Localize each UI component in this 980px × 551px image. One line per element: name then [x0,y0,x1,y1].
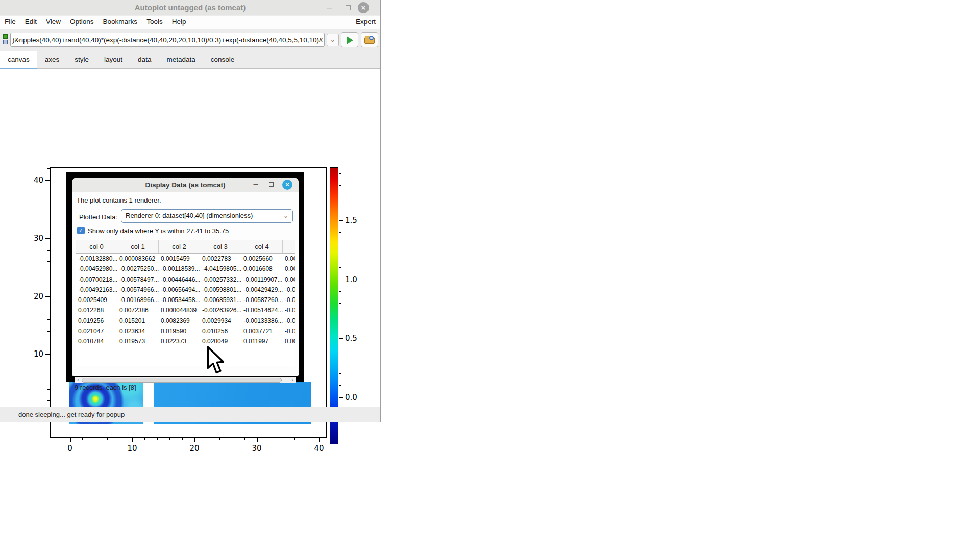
tick [339,303,341,304]
scrollbar-thumb[interactable] [82,378,282,383]
dialog-maximize-button[interactable] [266,180,277,190]
column-header[interactable]: col 1 [117,240,159,253]
tab-data[interactable]: data [130,51,159,68]
column-header[interactable]: col 4 [241,240,283,253]
table-row[interactable]: 0.0122680.00723860.000044839-0.00263926.… [76,305,295,315]
table-cell: 0.0082369 [159,316,200,326]
scroll-left-arrow-icon[interactable]: ‹ [75,377,81,383]
menu-bookmarks[interactable]: Bookmarks [99,16,142,26]
tick [47,389,50,390]
tick [339,327,341,327]
tick [339,362,341,362]
table-cell: -0.00574966... [117,285,159,295]
dialog-minimize-button[interactable]: – [251,180,261,190]
table-cell: 0.0072386 [117,305,159,315]
renderer-count-text: The plot contains 1 renderer. [77,196,161,204]
tick [58,438,58,440]
tab-console[interactable]: console [203,51,242,68]
table-cell: -0.00587260... [241,295,283,305]
table-cell: 0.019573 [117,336,159,346]
tick [45,238,50,239]
menu-file[interactable]: File [0,16,20,26]
table-cell: -0.0 [283,326,295,336]
table-row[interactable]: -0.00132880...0.0000836620.00154590.0022… [76,254,295,264]
table-cell: 0.010256 [200,326,241,336]
table-cell: -0.00263926... [200,305,241,315]
uri-input[interactable] [10,33,325,47]
browse-data-button[interactable] [361,32,378,47]
table-row[interactable]: -0.00452980...-0.00275250...-0.00118539.… [76,264,295,274]
tick [339,385,341,386]
table-row[interactable]: 0.0192560.0152010.00823690.0029934-0.001… [76,316,295,326]
dialog-close-button[interactable]: × [282,180,292,190]
table-cell: 0.0015459 [159,254,200,264]
table-row[interactable]: -0.00700218...-0.00578497...-0.00446446.… [76,274,295,285]
title-bar[interactable]: Autoplot untagged (as tomcat) – × [0,0,380,15]
mouse-cursor [206,346,226,375]
menu-view[interactable]: View [41,16,65,26]
green-square-icon [3,34,8,39]
table-cell: 0.020049 [200,336,241,346]
close-button[interactable]: × [358,2,369,13]
plotted-data-select[interactable]: Renderer 0: dataset[40,40] (dimensionles… [121,209,293,223]
y-tick-label: 30 [26,234,43,243]
table-cell: -0.00700218... [76,274,117,285]
menu-help[interactable]: Help [167,16,191,26]
table-cell: -0.00534458... [159,295,200,305]
dialog-title-bar[interactable]: Display Data (as tomcat) – × [72,178,299,192]
tab-axes[interactable]: axes [37,51,67,68]
table-row[interactable]: -0.00492163...-0.00574966...-0.00656494.… [76,285,295,295]
table-cell: -0.00656494... [159,285,200,295]
tab-layout[interactable]: layout [96,51,130,68]
maximize-button[interactable] [342,2,354,13]
y-tick-label: 20 [26,292,43,301]
tick [47,331,50,332]
tab-canvas[interactable]: canvas [0,51,37,68]
tick [339,397,343,398]
plot-canvas[interactable]: 0102030400102030400.00.51.01.5 Display D… [0,69,380,407]
column-header[interactable]: col 0 [76,240,117,253]
filter-checkbox[interactable]: ✓ [77,227,85,234]
tick [339,256,341,256]
table-cell: 0.011997 [241,336,283,346]
menu-options[interactable]: Options [65,16,99,26]
tick [219,438,220,440]
tick [339,197,341,197]
column-header[interactable] [283,240,295,253]
table-cell: -0.00257332... [200,274,241,285]
dialog-maximize-icon [269,182,274,187]
data-source-status-icon [3,34,9,45]
go-plot-button[interactable] [341,32,358,47]
menu-items: FileEditViewOptionsBookmarksToolsHelp [0,17,190,26]
tick [182,438,183,440]
minimize-button[interactable]: – [324,2,335,13]
table-cell: -0.00429429... [241,285,283,295]
uri-dropdown-button[interactable]: ⌄ [327,34,339,46]
table-row[interactable]: 0.0210470.0236340.0195900.0102560.003772… [76,326,295,336]
tab-style[interactable]: style [67,51,96,68]
data-table[interactable]: col 0col 1col 2col 3col 4-0.00132880...0… [76,240,295,366]
table-cell: -0.00118539... [159,264,200,274]
app-window: Autoplot untagged (as tomcat) – × FileEd… [0,0,381,422]
expert-mode-label[interactable]: Expert [356,18,376,26]
scroll-right-arrow-icon[interactable]: › [289,377,296,383]
x-tick-label: 40 [310,444,328,453]
dialog-body: The plot contains 1 renderer. Plotted Da… [72,193,299,376]
table-cell: -0.00598801... [200,285,241,295]
colorbar[interactable] [330,167,338,444]
tick [82,438,83,440]
tick [47,227,50,227]
menu-tools[interactable]: Tools [142,16,167,26]
table-row[interactable]: 0.0107840.0195730.0223730.0200490.011997… [76,336,295,346]
column-header[interactable]: col 3 [200,240,241,253]
table-row[interactable]: 0.0025409-0.00168966...-0.00534458...-0.… [76,295,295,305]
tick [339,433,341,433]
horizontal-scrollbar[interactable]: ‹ › [75,377,296,383]
menu-edit[interactable]: Edit [20,16,41,26]
table-cell: -0.00119907... [241,274,283,285]
tick [47,261,50,262]
tick [47,215,50,215]
column-header[interactable]: col 2 [159,240,200,253]
tick [47,308,50,308]
tab-metadata[interactable]: metadata [159,51,203,68]
